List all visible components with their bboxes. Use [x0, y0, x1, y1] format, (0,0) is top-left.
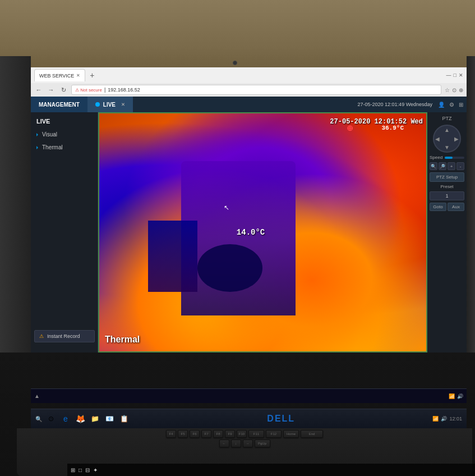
ptz-zoom-row: 🔍 🔎 + - [430, 162, 464, 170]
extensions-icon[interactable]: ⊕ [459, 87, 463, 93]
key-end[interactable]: End [301, 430, 323, 438]
laptop-side-right [467, 56, 475, 353]
key-f6[interactable]: F6 [190, 430, 200, 438]
osd-crosshair-icon: ⊕ [347, 123, 353, 132]
win-taskbar-right: 📶 🔊 12:01 [432, 416, 462, 422]
taskbar-cortana-button[interactable]: ⊙ [45, 413, 57, 424]
header-icons: 👤 ⚙ ⊞ [438, 102, 463, 108]
tab-close-icon[interactable]: ✕ [76, 73, 80, 78]
network-icon: 📶 [449, 393, 455, 399]
app-header: MANAGEMENT LIVE ✕ 27-05-2020 12:01:49 We… [31, 97, 467, 112]
keyboard-row-1: F4 F5 F6 F7 F8 F9 F10 F11 F12 Home End [17, 428, 472, 438]
taskbar-outlook-button[interactable]: 📧 [104, 413, 115, 424]
laptop-side-left [0, 56, 31, 353]
key-pgup[interactable]: PgUp [255, 440, 270, 447]
thermal-shape-dark2 [197, 244, 263, 292]
address-separator: | [104, 87, 105, 93]
thermal-indicator [36, 146, 39, 149]
live-tab-label: LIVE [103, 102, 116, 108]
ptz-down-button[interactable]: ▼ [444, 144, 450, 150]
ptz-speed-row: Speed [430, 155, 464, 160]
ptz-aux-button[interactable]: Aux [448, 203, 464, 211]
view-settings-icon[interactable]: ✦ [93, 467, 98, 473]
ptz-zoom-in-button[interactable]: 🔍 [430, 162, 437, 170]
address-bar-icons: ☆ ⊙ ⊕ [445, 87, 463, 93]
key-left[interactable]: ← [219, 440, 229, 447]
management-tab-label: MANAGEMENT [39, 102, 80, 108]
ptz-zoom-out-button[interactable]: 🔎 [439, 162, 446, 170]
ptz-up-button[interactable]: ▲ [444, 127, 450, 133]
key-f12[interactable]: F12 [266, 430, 282, 438]
taskbar-arrow-icon[interactable]: ▲ [34, 393, 40, 399]
back-button[interactable]: ← [34, 86, 43, 93]
maximize-button[interactable]: □ [454, 72, 456, 78]
live-tab-close-icon[interactable]: ✕ [121, 102, 125, 107]
view-single-icon[interactable]: ⊞ [71, 467, 75, 473]
address-field[interactable]: ⚠ Not secure | 192.168.16.52 [71, 85, 441, 95]
sidebar-item-visual[interactable]: Visual [31, 128, 98, 141]
star-icon[interactable]: ☆ [445, 87, 450, 93]
address-text: 192.168.16.52 [108, 87, 140, 93]
key-f8[interactable]: F8 [213, 430, 223, 438]
win-network-icon: 📶 [432, 416, 439, 422]
webcam [233, 61, 237, 65]
ptz-preset-value[interactable]: 1 [430, 191, 464, 200]
key-f4[interactable]: F4 [166, 430, 176, 438]
grid-icon[interactable]: ⊞ [459, 102, 463, 108]
key-f5[interactable]: F5 [178, 430, 188, 438]
settings-icon[interactable]: ⚙ [449, 102, 454, 108]
ptz-preset-label: Preset [430, 184, 464, 189]
ptz-goto-row: Goto Aux [430, 203, 464, 211]
windows-search[interactable]: 🔍 [35, 416, 42, 422]
ptz-focus-minus-button[interactable]: - [456, 162, 464, 170]
video-controls-bar: ⊞ □ ⊟ ✦ [67, 464, 475, 476]
browser-chrome: WEB SERVICE ✕ + — □ ✕ [31, 67, 467, 83]
key-f11[interactable]: F11 [248, 430, 264, 438]
address-bar-row: ← → ↻ ⚠ Not secure | 192.168.16.52 ☆ ⊙ ⊕ [31, 83, 467, 97]
ptz-left-button[interactable]: ◀ [435, 136, 440, 142]
osd-temp-high: 36.9°C [381, 125, 404, 131]
browser-tab-label: WEB SERVICE [39, 73, 74, 79]
key-right[interactable]: → [243, 440, 253, 447]
ptz-focus-plus-button[interactable]: + [448, 162, 455, 170]
tab-live[interactable]: LIVE ✕ [87, 97, 133, 112]
tab-management[interactable]: MANAGEMENT [31, 97, 87, 112]
close-button[interactable]: ✕ [459, 72, 463, 78]
thermal-shape-dark1 [148, 221, 197, 292]
taskbar-files-button[interactable]: 📁 [89, 413, 100, 424]
windows-taskbar: 🔍 ⊙ e 🦊 📁 📧 📋 DELL 📶 🔊 12:01 [31, 409, 467, 428]
ptz-joystick[interactable]: ▲ ▼ ◀ ▶ [433, 125, 461, 153]
view-quad-icon[interactable]: ⊟ [85, 467, 90, 473]
dell-logo: DELL [267, 414, 295, 424]
taskbar-ie-button[interactable]: e [60, 413, 71, 424]
ptz-setup-button[interactable]: PTZ Setup [430, 172, 464, 182]
instant-record-button[interactable]: ⚠ Instant Record [34, 330, 95, 342]
ptz-speed-bar[interactable] [445, 157, 464, 159]
sidebar-item-thermal[interactable]: Thermal [31, 141, 98, 154]
sidebar-visual-label: Visual [42, 131, 57, 138]
browser-tab-active[interactable]: WEB SERVICE ✕ [34, 69, 85, 81]
dell-logo-area: DELL [133, 414, 429, 424]
header-datetime: 27-05-2020 12:01:49 Wednesday [358, 102, 432, 107]
warning-icon: ⚠ [39, 333, 44, 339]
ptz-goto-button[interactable]: Goto [430, 203, 446, 211]
minimize-button[interactable]: — [446, 72, 451, 78]
taskbar-clipboard-button[interactable]: 📋 [118, 413, 130, 424]
forward-button[interactable]: → [47, 86, 56, 93]
reload-button[interactable]: ↻ [59, 86, 68, 94]
osd-channel-label: Thermal [105, 335, 140, 345]
osd-cursor-icon: ↖ [224, 204, 229, 212]
taskbar-firefox-button[interactable]: 🦊 [75, 413, 86, 424]
sidebar-thermal-label: Thermal [42, 144, 63, 150]
key-f10[interactable]: F10 [237, 430, 247, 438]
view-full-icon[interactable]: □ [79, 467, 82, 473]
ptz-right-button[interactable]: ▶ [454, 136, 459, 142]
key-home[interactable]: Home [283, 430, 299, 438]
user-icon[interactable]: 👤 [438, 102, 445, 108]
key-down[interactable]: ↓ [231, 440, 241, 447]
key-f7[interactable]: F7 [201, 430, 211, 438]
key-f9[interactable]: F9 [225, 430, 235, 438]
ptz-title: PTZ [430, 115, 464, 122]
new-tab-button[interactable]: + [87, 71, 96, 80]
profile-icon[interactable]: ⊙ [452, 87, 456, 93]
